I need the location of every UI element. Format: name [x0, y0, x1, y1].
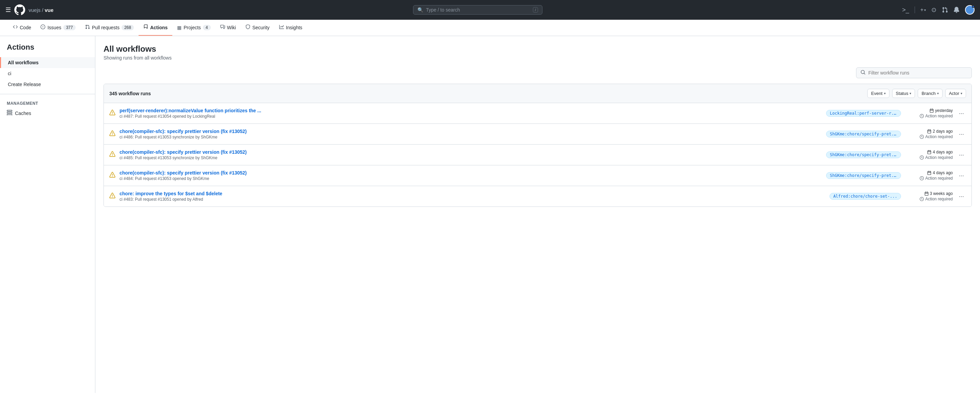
main-layout: Actions All workflows ci Create Release … — [0, 36, 980, 393]
nav-actions[interactable]: Actions — [138, 20, 172, 36]
warning-icon — [109, 109, 115, 117]
sidebar-item-label-all-workflows: All workflows — [8, 60, 38, 65]
sidebar-item-caches[interactable]: Caches — [0, 107, 95, 119]
page-subtitle: Showing runs from all workflows — [103, 55, 972, 60]
branch-filter-chevron: ▾ — [937, 92, 939, 95]
run-title-link[interactable]: chore(compiler-sfc): specify prettier ve… — [119, 128, 822, 134]
nav-issues[interactable]: Issues 377 — [36, 20, 80, 36]
filter-search-icon — [861, 70, 865, 76]
run-meta: ci #487: Pull request #13054 opened by L… — [119, 114, 822, 119]
run-time: 4 days ago Action required — [905, 150, 953, 160]
nav-wiki[interactable]: Wiki — [216, 20, 241, 36]
run-time-date: 3 weeks ago — [905, 191, 953, 196]
nav-code[interactable]: Code — [8, 20, 36, 36]
run-time-date: yesterday — [905, 108, 953, 113]
repo-path-separator: / — [42, 7, 43, 13]
run-title-link[interactable]: chore(compiler-sfc): specify prettier ve… — [119, 149, 822, 155]
clock-icon — [920, 197, 924, 201]
clock-icon — [920, 176, 924, 180]
runs-list: perf(server-renderer):normalizeValue fun… — [104, 103, 972, 206]
sidebar-item-label-ci: ci — [8, 71, 11, 76]
caches-icon — [7, 110, 12, 116]
terminal-button[interactable]: >_ — [902, 6, 909, 14]
nav-pull-requests[interactable]: Pull requests 268 — [80, 20, 138, 36]
status-filter-button[interactable]: Status ▾ — [892, 89, 915, 98]
event-filter-button[interactable]: Event ▾ — [867, 89, 889, 98]
issues-nav-icon — [41, 24, 45, 30]
issues-badge: 377 — [63, 25, 76, 30]
warning-icon — [109, 172, 115, 180]
nav-security[interactable]: Security — [241, 20, 274, 36]
calendar-icon — [930, 109, 934, 112]
hamburger-icon[interactable]: ☰ — [5, 6, 11, 14]
run-title-link[interactable]: chore: improve the types for $set and $d… — [119, 191, 826, 196]
search-kbd: / — [533, 7, 538, 13]
actor-filter-button[interactable]: Actor ▾ — [945, 89, 966, 98]
run-title-link[interactable]: chore(compiler-sfc): specify prettier ve… — [119, 170, 822, 176]
wiki-nav-icon — [220, 24, 225, 30]
security-nav-icon — [245, 24, 250, 30]
run-action-required: Action required — [905, 155, 953, 160]
avatar-dot — [972, 5, 975, 8]
more-options-button[interactable]: ··· — [957, 109, 966, 119]
notifications-button[interactable] — [953, 7, 959, 13]
nav-projects[interactable]: ▦ Projects 4 — [172, 20, 215, 36]
more-options-button[interactable]: ··· — [957, 129, 966, 139]
clock-icon — [920, 135, 924, 139]
run-action-required: Action required — [905, 196, 953, 201]
run-meta: ci #483: Pull request #13051 opened by A… — [119, 197, 826, 202]
avatar[interactable] — [965, 5, 975, 14]
search-bar[interactable]: 🔍 Type / to search / — [413, 5, 542, 14]
branch-badge[interactable]: ShGKme:chore/specify-pret... — [826, 131, 901, 138]
github-logo-icon[interactable] — [14, 5, 25, 15]
pr-badge: 268 — [122, 25, 134, 30]
more-options-button[interactable]: ··· — [957, 150, 966, 160]
sidebar-item-label-caches: Caches — [15, 111, 31, 116]
nav-divider — [915, 6, 915, 13]
calendar-icon — [927, 129, 931, 133]
runs-count: 345 workflow runs — [109, 91, 151, 96]
run-info: chore(compiler-sfc): specify prettier ve… — [119, 170, 822, 181]
status-filter-chevron: ▾ — [910, 92, 911, 95]
filter-input[interactable] — [868, 70, 967, 76]
sidebar-divider — [0, 94, 95, 94]
repo-name[interactable]: vue — [45, 7, 54, 13]
run-time-date: 4 days ago — [905, 170, 953, 175]
more-options-button[interactable]: ··· — [957, 192, 966, 201]
branch-badge[interactable]: ShGKme:chore/specify-pret... — [826, 172, 901, 179]
projects-nav-icon: ▦ — [177, 25, 181, 30]
repo-nav: Code Issues 377 Pull requests 268 Action… — [0, 20, 980, 36]
run-time: yesterday Action required — [905, 108, 953, 119]
repo-owner-link[interactable]: vuejs — [29, 7, 41, 13]
branch-filter-button[interactable]: Branch ▾ — [918, 89, 942, 98]
top-nav: ☰ vuejs / vue 🔍 Type / to search / >_ + … — [0, 0, 980, 20]
issues-button[interactable]: ⊙ — [931, 6, 936, 14]
more-options-button[interactable]: ··· — [957, 171, 966, 181]
warning-icon — [109, 151, 115, 159]
warning-icon — [109, 130, 115, 138]
event-filter-label: Event — [871, 91, 882, 96]
actor-filter-chevron: ▾ — [961, 92, 962, 95]
filter-bar — [103, 67, 972, 78]
table-row: chore: improve the types for $set and $d… — [104, 186, 972, 206]
branch-badge[interactable]: LockingReal:perf-server-r... — [826, 110, 901, 117]
calendar-icon — [927, 150, 931, 154]
clock-icon — [920, 114, 924, 118]
branch-badge[interactable]: Alfred:chore/chore-set-... — [829, 193, 901, 200]
nav-insights[interactable]: Insights — [274, 20, 307, 36]
runs-filters: Event ▾ Status ▾ Branch ▾ Actor ▾ — [867, 89, 966, 98]
pull-requests-button[interactable] — [942, 7, 948, 13]
branch-filter-label: Branch — [921, 91, 935, 96]
sidebar-item-ci[interactable]: ci — [0, 68, 95, 79]
branch-badge[interactable]: ShGKme:chore/specify-pret... — [826, 151, 901, 158]
event-filter-chevron: ▾ — [884, 92, 886, 95]
page-title: All workflows — [103, 44, 972, 54]
sidebar-item-all-workflows[interactable]: All workflows — [0, 57, 95, 68]
sidebar-item-create-release[interactable]: Create Release — [0, 79, 95, 90]
run-title-link[interactable]: perf(server-renderer):normalizeValue fun… — [119, 108, 822, 113]
run-meta: ci #484: Pull request #13053 opened by S… — [119, 176, 822, 181]
run-time: 2 days ago Action required — [905, 129, 953, 139]
plus-button[interactable]: + ▾ — [920, 7, 926, 13]
filter-input-wrap[interactable] — [856, 67, 972, 78]
run-action-required: Action required — [905, 135, 953, 139]
